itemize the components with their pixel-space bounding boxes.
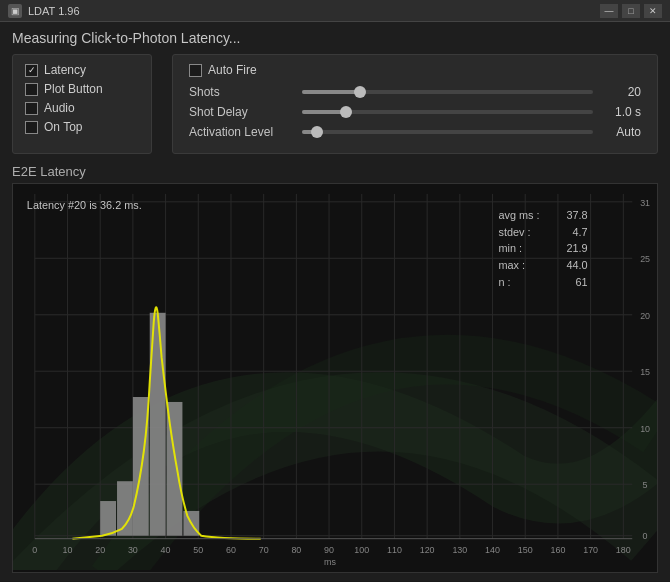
svg-text:150: 150 — [518, 545, 533, 555]
auto-fire-checkbox[interactable] — [189, 64, 202, 77]
activation-level-value: Auto — [601, 125, 641, 139]
header-title: Measuring Click-to-Photon Latency... — [12, 30, 658, 46]
app-icon: ▣ — [8, 4, 22, 18]
activation-level-label: Activation Level — [189, 125, 294, 139]
svg-text:ms: ms — [324, 557, 336, 567]
svg-text:100: 100 — [354, 545, 369, 555]
right-panel: Auto Fire Shots 20 Shot Delay 1.0 s — [172, 54, 658, 154]
auto-fire-label: Auto Fire — [208, 63, 257, 77]
window-title: LDAT 1.96 — [28, 5, 80, 17]
svg-text:0: 0 — [32, 545, 37, 555]
e2e-header: E2E Latency — [12, 164, 658, 179]
svg-text:80: 80 — [291, 545, 301, 555]
svg-text:110: 110 — [387, 545, 402, 555]
checkbox-plot-button-label: Plot Button — [44, 82, 103, 96]
svg-text:140: 140 — [485, 545, 500, 555]
shot-delay-slider[interactable] — [302, 110, 593, 114]
svg-text:37.8: 37.8 — [566, 209, 587, 221]
svg-text:max :: max : — [498, 259, 525, 271]
activation-level-slider[interactable] — [302, 130, 593, 134]
svg-text:170: 170 — [583, 545, 598, 555]
title-bar: ▣ LDAT 1.96 — □ ✕ — [0, 0, 670, 22]
svg-text:min :: min : — [498, 242, 522, 254]
svg-text:44.0: 44.0 — [566, 259, 587, 271]
svg-text:40: 40 — [161, 545, 171, 555]
checkbox-audio-label: Audio — [44, 101, 75, 115]
left-panel: Latency Plot Button Audio On Top — [12, 54, 152, 154]
svg-text:0: 0 — [643, 531, 648, 541]
e2e-section: E2E Latency — [12, 164, 658, 573]
title-bar-left: ▣ LDAT 1.96 — [8, 4, 80, 18]
svg-rect-28 — [117, 481, 133, 535]
checkbox-latency[interactable]: Latency — [25, 63, 139, 77]
minimize-button[interactable]: — — [600, 4, 618, 18]
shots-value: 20 — [601, 85, 641, 99]
svg-text:n :: n : — [498, 276, 510, 288]
svg-text:130: 130 — [452, 545, 467, 555]
svg-text:stdev :: stdev : — [498, 226, 530, 238]
shot-delay-row: Shot Delay 1.0 s — [189, 105, 641, 119]
svg-text:61: 61 — [576, 276, 588, 288]
svg-rect-27 — [100, 501, 116, 536]
svg-text:60: 60 — [226, 545, 236, 555]
checkbox-latency-label: Latency — [44, 63, 86, 77]
maximize-button[interactable]: □ — [622, 4, 640, 18]
checkbox-on-top-label: On Top — [44, 120, 82, 134]
svg-text:21.9: 21.9 — [566, 242, 587, 254]
shot-delay-value: 1.0 s — [601, 105, 641, 119]
svg-text:30: 30 — [128, 545, 138, 555]
svg-text:20: 20 — [95, 545, 105, 555]
svg-text:10: 10 — [640, 424, 650, 434]
svg-text:5: 5 — [643, 480, 648, 490]
svg-text:90: 90 — [324, 545, 334, 555]
svg-text:Latency #20 is  36.2  ms.: Latency #20 is 36.2 ms. — [27, 199, 142, 211]
close-button[interactable]: ✕ — [644, 4, 662, 18]
shots-slider[interactable] — [302, 90, 593, 94]
window-controls: — □ ✕ — [600, 4, 662, 18]
svg-text:4.7: 4.7 — [573, 226, 588, 238]
checkbox-on-top-box[interactable] — [25, 121, 38, 134]
svg-text:10: 10 — [63, 545, 73, 555]
checkbox-plot-button-box[interactable] — [25, 83, 38, 96]
svg-text:70: 70 — [259, 545, 269, 555]
checkbox-plot-button[interactable]: Plot Button — [25, 82, 139, 96]
checkbox-audio-box[interactable] — [25, 102, 38, 115]
checkbox-on-top[interactable]: On Top — [25, 120, 139, 134]
shots-label: Shots — [189, 85, 294, 99]
activation-level-row: Activation Level Auto — [189, 125, 641, 139]
svg-text:15: 15 — [640, 367, 650, 377]
svg-text:120: 120 — [420, 545, 435, 555]
checkbox-audio[interactable]: Audio — [25, 101, 139, 115]
svg-text:50: 50 — [193, 545, 203, 555]
svg-text:avg ms :: avg ms : — [498, 209, 539, 221]
svg-text:25: 25 — [640, 254, 650, 264]
controls-area: Latency Plot Button Audio On Top Auto Fi… — [12, 54, 658, 154]
checkbox-latency-box[interactable] — [25, 64, 38, 77]
chart-background: 0 10 20 30 40 50 60 70 80 90 100 110 120… — [13, 184, 657, 570]
main-content: Measuring Click-to-Photon Latency... Lat… — [0, 22, 670, 581]
chart-container: 0 10 20 30 40 50 60 70 80 90 100 110 120… — [12, 183, 658, 573]
svg-text:31: 31 — [640, 198, 650, 208]
shots-row: Shots 20 — [189, 85, 641, 99]
svg-text:20: 20 — [640, 311, 650, 321]
svg-text:160: 160 — [550, 545, 565, 555]
shot-delay-label: Shot Delay — [189, 105, 294, 119]
auto-fire-row: Auto Fire — [189, 63, 641, 77]
svg-text:180: 180 — [616, 545, 631, 555]
